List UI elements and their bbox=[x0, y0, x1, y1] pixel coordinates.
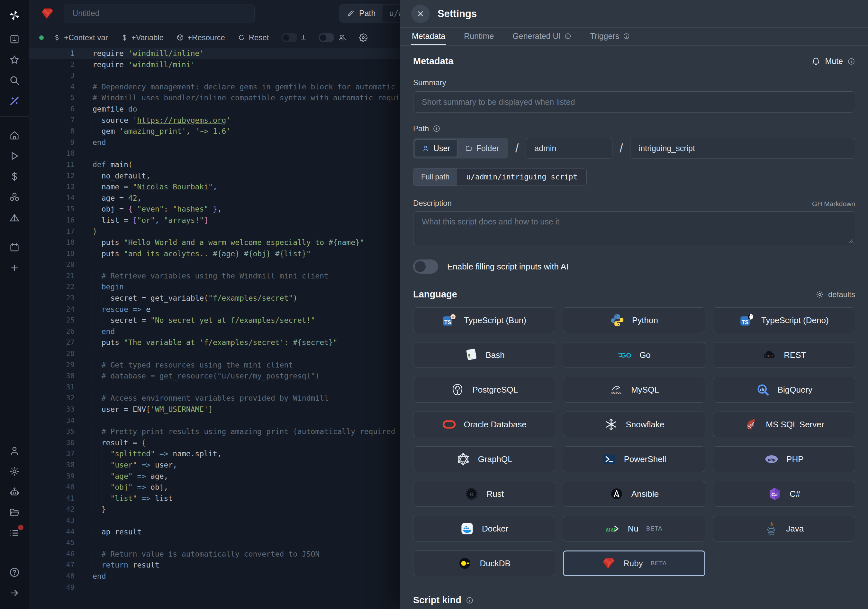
info-icon[interactable] bbox=[433, 125, 440, 132]
line-number: 29 bbox=[29, 360, 81, 371]
add-variable-button[interactable]: +Variable bbox=[121, 33, 164, 42]
script-title-placeholder: Untitled bbox=[72, 9, 100, 18]
ai-fill-toggle[interactable] bbox=[413, 259, 438, 274]
folders-icon[interactable] bbox=[8, 506, 21, 519]
gear-icon bbox=[815, 290, 824, 299]
language-card-bigquery[interactable]: BigQuery bbox=[713, 377, 855, 403]
summary-placeholder: Short summary to be displayed when liste… bbox=[422, 98, 575, 107]
tab-generated-ui[interactable]: Generated UI bbox=[512, 28, 572, 45]
diff-toggle[interactable] bbox=[282, 33, 298, 42]
path-slash: / bbox=[515, 141, 519, 155]
path-label: Path bbox=[413, 124, 429, 133]
runs-play-icon[interactable] bbox=[8, 150, 21, 163]
language-label: Snowflake bbox=[626, 420, 665, 429]
language-card-typescript-bun[interactable]: TSTypeScript (Bun) bbox=[413, 307, 555, 333]
language-label: PostgreSQL bbox=[472, 385, 518, 395]
language-card-mysql[interactable]: MySQLMySQL bbox=[563, 377, 705, 403]
reset-button[interactable]: Reset bbox=[238, 33, 269, 42]
tab-triggers[interactable]: Triggers bbox=[589, 28, 631, 45]
add-context-var-button[interactable]: +Context var bbox=[53, 33, 108, 42]
plus-minus-icon: ± bbox=[301, 33, 306, 42]
language-label: GraphQL bbox=[478, 454, 512, 464]
search-icon[interactable] bbox=[8, 74, 21, 87]
description-placeholder: What this script does and how to use it bbox=[422, 217, 560, 226]
line-number: 39 bbox=[29, 471, 81, 482]
language-card-powershell[interactable]: PowerShell bbox=[563, 446, 705, 472]
language-card-ms-sql-server[interactable]: MS SQL Server bbox=[713, 412, 855, 437]
resize-handle-icon[interactable] bbox=[848, 238, 853, 243]
language-card-java[interactable]: JavaJava bbox=[713, 516, 855, 541]
pencil-icon bbox=[347, 10, 355, 17]
users-icon bbox=[338, 33, 346, 42]
language-card-ruby[interactable]: RubyBETA bbox=[563, 550, 705, 576]
defaults-button[interactable]: defaults bbox=[815, 290, 855, 299]
collapse-arrow-icon[interactable] bbox=[8, 586, 21, 599]
language-card-typescript-deno[interactable]: TSTypeScript (Deno) bbox=[713, 307, 855, 333]
help-icon[interactable] bbox=[8, 566, 21, 579]
language-card-bash[interactable]: $_Bash bbox=[413, 342, 555, 368]
full-path-value: u/admin/intriguing_script bbox=[457, 169, 586, 186]
favorites-star-icon[interactable] bbox=[8, 53, 21, 66]
owner-folder-option[interactable]: Folder bbox=[458, 139, 507, 157]
workspace-icon[interactable] bbox=[8, 33, 21, 46]
folder-option-label: Folder bbox=[476, 144, 499, 153]
calendar-icon[interactable] bbox=[8, 241, 21, 254]
add-resource-button[interactable]: +Resource bbox=[177, 33, 225, 42]
settings-gear-icon[interactable] bbox=[8, 465, 21, 478]
close-button[interactable] bbox=[411, 5, 430, 23]
user-icon[interactable] bbox=[8, 445, 21, 457]
path-label-row: Path bbox=[413, 124, 855, 133]
summary-input[interactable]: Short summary to be displayed when liste… bbox=[413, 91, 855, 113]
line-number: 17 bbox=[29, 226, 81, 237]
language-card-ansible[interactable]: Ansible bbox=[563, 481, 705, 507]
user-option-label: User bbox=[433, 144, 450, 153]
multiplayer-toggle[interactable] bbox=[319, 33, 334, 42]
schedules-prism-icon[interactable] bbox=[8, 211, 21, 224]
language-card-c[interactable]: C#C# bbox=[713, 481, 855, 507]
tab-metadata[interactable]: Metadata bbox=[411, 28, 446, 45]
add-plus-icon[interactable] bbox=[8, 262, 21, 274]
ai-wand-icon[interactable] bbox=[8, 95, 21, 107]
info-icon[interactable] bbox=[848, 57, 855, 65]
robot-icon[interactable] bbox=[8, 485, 21, 498]
script-name-input[interactable]: intriguing_script bbox=[630, 138, 855, 158]
language-card-docker[interactable]: Docker bbox=[413, 516, 555, 541]
line-number: 34 bbox=[29, 415, 81, 426]
home-icon[interactable] bbox=[8, 129, 21, 142]
script-title-input[interactable]: Untitled bbox=[64, 5, 254, 23]
logs-list-icon[interactable] bbox=[8, 527, 21, 539]
language-card-oracle-database[interactable]: Oracle Database bbox=[413, 412, 555, 437]
status-dot bbox=[39, 36, 44, 40]
tab-runtime[interactable]: Runtime bbox=[463, 28, 494, 45]
settings-header: Settings bbox=[400, 0, 868, 28]
language-label: Rust bbox=[487, 489, 504, 499]
owner-input[interactable]: admin bbox=[525, 138, 612, 158]
language-card-php[interactable]: phpPHP bbox=[713, 446, 855, 472]
language-label: TypeScript (Bun) bbox=[464, 315, 526, 325]
line-number: 3 bbox=[29, 70, 81, 81]
language-card-postgresql[interactable]: PostgreSQL bbox=[413, 377, 555, 403]
svg-text:TS: TS bbox=[444, 319, 451, 325]
nu-icon: nu bbox=[606, 522, 620, 536]
owner-user-option[interactable]: User bbox=[415, 139, 458, 157]
description-textarea[interactable]: What this script does and how to use it bbox=[413, 211, 855, 245]
language-card-rest[interactable]: HTTPREST bbox=[713, 342, 855, 368]
full-path-pill: Full path u/admin/intriguing_script bbox=[413, 168, 587, 186]
mute-button[interactable]: Mute bbox=[811, 57, 855, 66]
language-card-nu[interactable]: nuNuBETA bbox=[563, 516, 705, 541]
svg-text:TS: TS bbox=[742, 319, 749, 325]
variables-dollar-icon[interactable] bbox=[8, 170, 21, 183]
language-card-snowflake[interactable]: Snowflake bbox=[563, 412, 705, 437]
language-card-duckdb[interactable]: DuckDB bbox=[413, 550, 555, 576]
owner-value: admin bbox=[534, 144, 556, 153]
language-card-rust[interactable]: RRust bbox=[413, 481, 555, 507]
language-card-python[interactable]: Python bbox=[563, 307, 705, 333]
info-icon[interactable] bbox=[466, 597, 474, 604]
editor-settings-button[interactable] bbox=[359, 33, 367, 42]
line-number: 38 bbox=[29, 459, 81, 471]
language-label: Nu bbox=[628, 524, 639, 534]
language-card-go[interactable]: GOGo bbox=[563, 342, 705, 368]
resources-cubes-icon[interactable] bbox=[8, 191, 21, 203]
user-icon bbox=[422, 145, 429, 152]
language-card-graphql[interactable]: GraphQL bbox=[413, 446, 555, 472]
